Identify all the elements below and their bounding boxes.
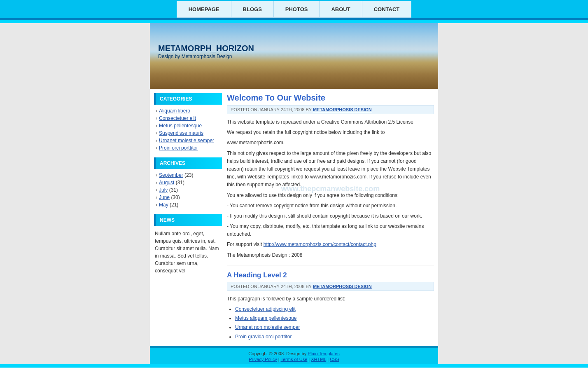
top-navigation: HOMEPAGE BLOGS PHOTOS ABOUT CONTACT — [0, 0, 588, 20]
post-divider — [227, 265, 434, 265]
footer-privacy-link[interactable]: Privacy Policy — [249, 357, 277, 362]
post-body-line8: - You may copy, distribute, modify, etc.… — [227, 223, 434, 238]
list-item: Proin orci porttitor — [156, 144, 220, 152]
archive-august[interactable]: August — [159, 180, 174, 185]
sidebar-categories-list: Aliquam libero Consectetuer elit Metus p… — [154, 107, 222, 152]
post-welcome-meta: POSTED ON JANUARY 24TH, 2008 BY METAMORP… — [227, 105, 434, 114]
category-suspendisse[interactable]: Suspendisse mauris — [159, 130, 203, 136]
sidebar-archives-section: ARCHIVES September (23) August (31) July… — [154, 157, 222, 209]
list-item: Consectetuer adipiscing elit — [235, 305, 434, 313]
list-item: Aliquam libero — [156, 107, 220, 115]
post-body-line3: www.metamorphozis.com. — [227, 139, 434, 147]
post-heading2-body: This paragraph is followed by a sample u… — [227, 295, 434, 341]
post-heading2: A Heading Level 2 POSTED ON JANUARY 24TH… — [227, 271, 434, 341]
post-body-line6: - You cannot remove copyright notice fro… — [227, 202, 434, 210]
cyan-strip-bottom — [0, 364, 588, 368]
post-welcome-title: Welcome To Our Website — [227, 93, 434, 103]
post-support-link[interactable]: http://www.metamorphozis.com/contact/con… — [264, 241, 376, 247]
sidebar-archives-header: ARCHIVES — [154, 157, 222, 169]
list-item: Urnanet molestie semper — [156, 137, 220, 144]
category-urnanet[interactable]: Urnanet molestie semper — [159, 138, 214, 143]
category-aliquam[interactable]: Aliquam libero — [159, 108, 190, 114]
cyan-strip-top — [0, 20, 588, 23]
footer-xhtml-link[interactable]: XHTML — [311, 357, 326, 362]
content-area: CATEGORIES Aliquam libero Consectetuer e… — [150, 89, 438, 346]
list-item: Consectetuer elit — [156, 115, 220, 122]
post-welcome-body: www.thepcmanwebsite.com This website tem… — [227, 118, 434, 259]
list-item: August (31) — [156, 179, 220, 186]
nav-menu: HOMEPAGE BLOGS PHOTOS ABOUT CONTACT — [177, 1, 412, 18]
nav-about[interactable]: ABOUT — [320, 1, 362, 18]
post-body-line2: We request you retain the full copyright… — [227, 129, 434, 136]
post-heading2-title: A Heading Level 2 — [227, 271, 434, 279]
nav-blogs[interactable]: BLOGS — [231, 1, 274, 18]
archive-june[interactable]: June — [159, 195, 170, 200]
footer-copyright-text: Copyright © 2008. Design by — [248, 351, 306, 356]
post-heading2-meta-author[interactable]: METAMORPHOSIS DESIGN — [313, 284, 372, 289]
nav-photos[interactable]: PHOTOS — [274, 1, 320, 18]
list-item: September (23) — [156, 171, 220, 179]
post-body-line5: You are allowed to use this design only … — [227, 192, 434, 199]
list-link-1[interactable]: Consectetuer adipiscing elit — [235, 306, 296, 312]
footer-links: Privacy Policy | Terms of Use | XHTML | … — [150, 357, 438, 362]
archive-august-count: (31) — [176, 180, 184, 185]
list-link-2[interactable]: Metus aliquam pellentesque — [235, 315, 296, 321]
list-link-4[interactable]: Proin gravida orci porttitor — [235, 334, 292, 340]
list-link-3[interactable]: Urnanet non molestie semper — [235, 324, 300, 330]
sidebar-archives-list: September (23) August (31) July (31) Jun… — [154, 171, 222, 209]
sidebar-news-text: Nullam ante orci, eget, tempus quis, ult… — [154, 228, 222, 276]
post-welcome-meta-prefix: POSTED ON JANUARY 24TH, 2008 BY — [231, 107, 312, 112]
post-welcome: Welcome To Our Website POSTED ON JANUARY… — [227, 93, 434, 259]
post-body-line1: This website template is repeased under … — [227, 118, 434, 126]
post-heading2-meta-prefix: POSTED ON JANUARY 24TH, 2008 BY — [231, 284, 312, 289]
sidebar-news-header: NEWS — [154, 214, 222, 226]
hero-subtitle: Design by Metamorphosis Design — [158, 54, 232, 59]
footer-copyright: Copyright © 2008. Design by Plain Templa… — [150, 351, 438, 356]
footer: Copyright © 2008. Design by Plain Templa… — [150, 346, 438, 364]
footer-terms-link[interactable]: Terms of Use — [280, 357, 307, 362]
list-item: June (30) — [156, 194, 220, 201]
hero-title: METAMORPH_HORIZON — [158, 44, 254, 53]
post-welcome-meta-author[interactable]: METAMORPHOSIS DESIGN — [313, 107, 372, 112]
list-item: July (31) — [156, 186, 220, 194]
list-item: Proin gravida orci porttitor — [235, 333, 434, 341]
nav-homepage[interactable]: HOMEPAGE — [177, 1, 231, 18]
nav-contact[interactable]: CONTACT — [362, 1, 412, 18]
archive-may[interactable]: May — [159, 202, 168, 208]
main-wrapper: METAMORPH_HORIZON Design by Metamorphosi… — [150, 23, 438, 364]
archive-september-count: (23) — [184, 172, 193, 178]
category-proin[interactable]: Proin orci porttitor — [159, 145, 198, 151]
main-content: Welcome To Our Website POSTED ON JANUARY… — [227, 93, 434, 342]
archive-june-count: (30) — [171, 195, 180, 200]
sidebar-news-section: NEWS Nullam ante orci, eget, tempus quis… — [154, 214, 222, 276]
footer-css-link[interactable]: CSS — [330, 357, 339, 362]
footer-design-link[interactable]: Plain Templates — [308, 351, 339, 356]
archive-september[interactable]: September — [159, 172, 183, 178]
post-signature: The Metamorphosis Design : 2008 — [227, 251, 434, 259]
hero-banner: METAMORPH_HORIZON Design by Metamorphosi… — [150, 23, 438, 89]
list-item: Urnanet non molestie semper — [235, 323, 434, 331]
archive-may-count: (21) — [170, 202, 178, 208]
post-support-prefix: For support visit — [227, 241, 262, 247]
category-consectetuer[interactable]: Consectetuer elit — [159, 115, 196, 121]
post-unordered-list: Consectetuer adipiscing elit Metus aliqu… — [235, 305, 434, 341]
post-body-line7: - If you modify this design it still sho… — [227, 212, 434, 220]
post-body-support: For support visit http://www.metamorphoz… — [227, 241, 434, 248]
sidebar-categories-header: CATEGORIES — [154, 93, 222, 105]
archive-july[interactable]: July — [159, 187, 168, 193]
post-heading2-meta: POSTED ON JANUARY 24TH, 2008 BY METAMORP… — [227, 282, 434, 291]
archive-july-count: (31) — [169, 187, 178, 193]
post-body-line4: This not only gives respect to the large… — [227, 150, 434, 189]
sidebar: CATEGORIES Aliquam libero Consectetuer e… — [154, 93, 222, 342]
list-item: Suspendisse mauris — [156, 129, 220, 137]
list-item: Metus pellentesque — [156, 122, 220, 129]
list-item: Metus aliquam pellentesque — [235, 314, 434, 322]
post-heading2-intro: This paragraph is followed by a sample u… — [227, 295, 434, 303]
category-metus[interactable]: Metus pellentesque — [159, 123, 202, 129]
list-item: May (21) — [156, 201, 220, 209]
sidebar-categories-section: CATEGORIES Aliquam libero Consectetuer e… — [154, 93, 222, 152]
